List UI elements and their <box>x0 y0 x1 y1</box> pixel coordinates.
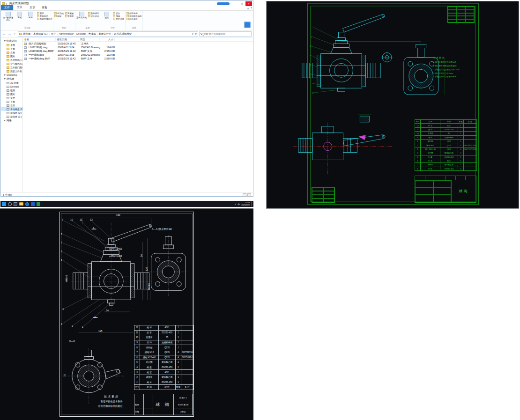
ribbon-button[interactable]: 重命名 <box>65 15 74 17</box>
ime-indicator[interactable]: 中 <box>238 203 240 206</box>
column-header-name[interactable]: 名称 <box>23 38 56 41</box>
back-icon[interactable]: ← <box>2 32 7 36</box>
navigation-pane: 快速访问 桌面下载文档图片各种图纸小模型图空气能热水器图纸立体图门图纸新建文件夹… <box>1 37 23 192</box>
breadcrumb-item[interactable]: 此电脑 <box>23 32 33 36</box>
ribbon-button[interactable]: 复制到 <box>65 12 74 15</box>
breadcrumb-item[interactable]: 两片式球阀模型 <box>114 32 132 36</box>
sidebar-item[interactable]: 各种图纸小模型图 <box>1 58 22 62</box>
task-view-icon[interactable] <box>14 202 17 206</box>
green-app-icon[interactable] <box>37 202 40 206</box>
sidebar-item[interactable]: 立体图门图纸 <box>1 66 22 69</box>
edge-browser-icon[interactable] <box>25 202 29 206</box>
forward-icon[interactable]: → <box>7 32 12 36</box>
file-row[interactable]: 一种球阀.dwg.BMP 2021/5/29 11:42 BMP 文件 2,56… <box>23 57 253 60</box>
close-button[interactable]: × <box>245 1 252 6</box>
ribbon-button[interactable]: 轻松访问 <box>88 15 99 17</box>
ribbon-button[interactable]: 复制路径 <box>37 15 52 17</box>
breadcrumb-item[interactable]: 大漠国 <box>89 32 99 36</box>
column-header-type[interactable]: 类型 <box>79 38 100 41</box>
sidebar-item[interactable]: 新加卷 (D:) <box>1 111 22 115</box>
sidebar-item[interactable]: 桌面 <box>1 43 22 47</box>
sidebar-item[interactable]: Desktop <box>1 85 22 88</box>
minimize-button[interactable]: — <box>232 1 239 6</box>
ribbon-button[interactable]: 全部选择 <box>126 12 141 15</box>
tab-file[interactable]: 文件 <box>1 5 13 10</box>
list-view-toggle[interactable] <box>243 193 246 197</box>
sidebar-header-onedrive[interactable]: OneDrive <box>1 73 22 77</box>
file-row[interactable]: 两片式球阀模型 2021/5/29 11:40 文件夹 <box>23 42 253 45</box>
ribbon-button[interactable]: 全部取消选择 <box>126 15 141 17</box>
breadcrumb-item[interactable]: Desktop <box>76 32 89 35</box>
balloon-number: 2 <box>311 36 312 38</box>
sidebar-item[interactable]: 音乐 <box>1 103 22 107</box>
ribbon-button[interactable]: 复制 <box>14 11 25 22</box>
sidebar-header-quick-access[interactable]: 快速访问 <box>1 39 22 43</box>
cortana-search-icon[interactable] <box>8 202 12 206</box>
column-header-date[interactable]: 修改日期 <box>56 38 79 41</box>
tab-view[interactable]: 查看 <box>38 5 51 10</box>
sidebar-item[interactable]: 本地磁盘 (C:) <box>1 107 22 111</box>
file-size: 2,566 KB <box>101 57 116 60</box>
ribbon-button-icon <box>104 12 109 16</box>
ribbon-button[interactable]: 历史记录 <box>113 18 124 20</box>
tab-share[interactable]: 共享 <box>26 5 38 10</box>
sidebar-header-network[interactable]: 网络 <box>1 118 22 123</box>
show-desktop-button[interactable] <box>251 201 252 206</box>
ribbon-button-icon <box>126 18 129 20</box>
ribbon-button[interactable]: 删除 <box>54 15 63 17</box>
file-row[interactable]: L1611590阀.dwg.BMP 2021/5/29 11:42 BMP 文件… <box>23 49 253 53</box>
ribbon-button[interactable]: 反向选择 <box>126 18 141 20</box>
sidebar-item[interactable]: 3D 对象 <box>1 81 22 85</box>
address-box[interactable]: 此电脑本地磁盘 (C:)用户AdministratorDesktop大漠国新建文… <box>18 31 198 37</box>
sidebar-item[interactable]: 下载 <box>1 100 22 103</box>
start-button[interactable] <box>2 202 6 206</box>
file-explorer-icon[interactable] <box>19 202 23 206</box>
ribbon-button[interactable]: 编辑 <box>113 15 124 17</box>
file-row[interactable]: 一种球阀.dwg 2007/4/11 3:05 ZWCAD.Drawing 19… <box>23 53 253 57</box>
ribbon-button[interactable]: 移动到 <box>54 12 63 15</box>
sidebar-item[interactable]: 文档 <box>1 51 22 54</box>
ribbon-button[interactable]: 属性 <box>101 11 112 19</box>
maximize-button[interactable]: □ <box>239 1 245 6</box>
ribbon-button[interactable]: 粘贴快捷方式 <box>37 18 52 20</box>
up-icon[interactable]: ↑ <box>13 32 17 36</box>
drive-icon <box>7 93 9 96</box>
sidebar-item[interactable]: 图片 <box>1 54 22 58</box>
breadcrumb-item[interactable]: 本地磁盘 (C:) <box>33 32 51 36</box>
column-header-size[interactable]: 大小 <box>100 38 115 41</box>
ribbon-button[interactable]: 固定到快速访问 <box>3 11 14 22</box>
quick-access-toolbar-chevron-icon[interactable]: ∨ <box>6 2 7 5</box>
parts-row: 12阀 杆40Cr1 <box>134 325 193 331</box>
tab-home[interactable]: 主页 <box>13 4 26 10</box>
sidebar-header-this-pc[interactable]: 此电脑 <box>1 77 22 81</box>
sidebar-item[interactable]: 下载 <box>1 47 22 51</box>
file-name: 一种球阀.dwg <box>28 53 57 57</box>
zwcad-icon[interactable] <box>31 202 35 206</box>
refresh-icon[interactable]: ↻ <box>194 32 197 35</box>
search-input[interactable] <box>203 32 250 35</box>
ribbon-button[interactable]: 新建文件夹 <box>76 11 87 19</box>
sidebar-item[interactable]: 新加卷 (E:) <box>1 115 22 118</box>
sidebar-item[interactable]: 视频 <box>1 88 22 92</box>
collapse-ribbon-icon[interactable]: ∧ <box>247 7 249 10</box>
title-block: 制图 审核 球 阀 比例 1:1 共1张 第1张 (单位) <box>134 394 193 415</box>
sidebar-item[interactable]: 新建文件夹 <box>1 69 22 73</box>
breadcrumb-item[interactable]: 用户 <box>51 32 59 36</box>
taskbar-clock[interactable]: 11:49 2021/5/29 <box>241 202 250 206</box>
breadcrumb-item[interactable]: 新建文件夹 <box>99 32 114 36</box>
sidebar-item-label: 视频 <box>10 89 15 92</box>
sidebar-item[interactable]: 空气能热水器图纸 <box>1 62 22 66</box>
breadcrumb-item[interactable]: Administrator <box>59 32 76 35</box>
ribbon-button[interactable]: 剪切 <box>37 12 52 15</box>
tray-chevron-icon[interactable]: ∧ <box>235 203 237 206</box>
ribbon-button[interactable]: 粘贴 <box>25 11 36 22</box>
thumbnail-view-toggle[interactable] <box>247 193 251 197</box>
help-icon[interactable]: ? <box>251 7 252 10</box>
file-row[interactable]: L1611590阀.dwg 2007/4/11 3:04 ZWCAD.Drawi… <box>23 45 253 49</box>
address-dropdown-icon[interactable]: ∨ <box>192 32 193 35</box>
ribbon-button[interactable]: 新建项目 <box>88 12 99 15</box>
sidebar-item[interactable]: 文档 <box>1 96 22 100</box>
search-box[interactable] <box>199 31 252 37</box>
sidebar-item[interactable]: 图片 <box>1 92 22 96</box>
ribbon-button[interactable]: 打开 <box>113 12 124 15</box>
